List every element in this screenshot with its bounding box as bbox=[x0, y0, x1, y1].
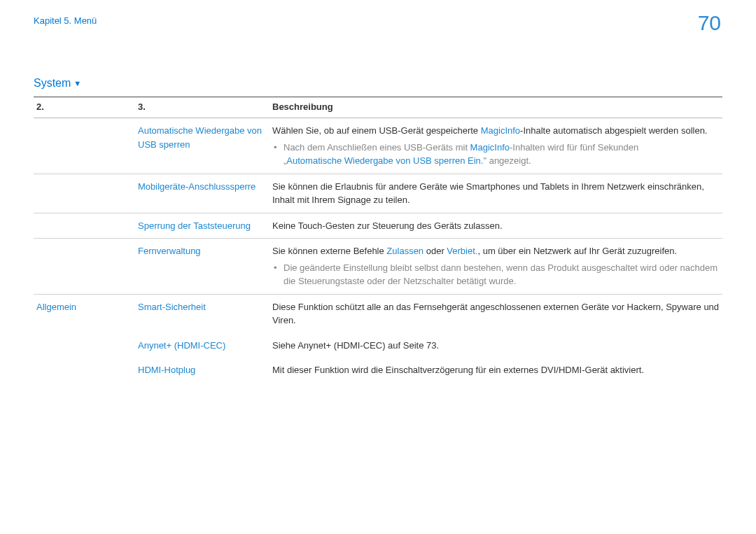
text: Wählen Sie, ob auf einem USB-Gerät gespe… bbox=[272, 125, 481, 136]
note-item: Die geänderte Einstellung bleibt selbst … bbox=[284, 261, 720, 288]
menu-item-anynet: Anynet+ (HDMI-CEC) bbox=[138, 340, 225, 351]
col-header-2: 2. bbox=[34, 97, 135, 118]
note-list: Nach dem Anschließen eines USB-Geräts mi… bbox=[272, 141, 720, 168]
cell-description: Sie können externe Befehle Zulassen oder… bbox=[270, 239, 722, 295]
text: oder bbox=[424, 246, 447, 256]
cell-description: Diese Funktion schützt alle an das Ferns… bbox=[270, 294, 722, 333]
cell-level2: Allgemein bbox=[34, 294, 135, 333]
menu-group-general: Allgemein bbox=[36, 302, 76, 312]
menu-item-smart-security: Smart-Sicherheit bbox=[138, 302, 206, 312]
menu-table: 2. 3. Beschreibung Automatische Wiederga… bbox=[34, 97, 722, 383]
cell-level2 bbox=[34, 118, 135, 174]
table-header-row: 2. 3. Beschreibung bbox=[34, 97, 722, 118]
option-deny: Verbiet. bbox=[447, 246, 477, 256]
magicinfo-label: MagicInfo bbox=[481, 125, 520, 136]
magicinfo-label: MagicInfo bbox=[470, 142, 510, 153]
col-header-description: Beschreibung bbox=[270, 97, 722, 118]
table-row: Sperrung der Taststeuerung Keine Touch-G… bbox=[34, 213, 722, 239]
text: " angezeigt. bbox=[483, 155, 531, 166]
table-row: Anynet+ (HDMI-CEC) Siehe Anynet+ (HDMI-C… bbox=[34, 333, 722, 358]
col-header-3: 3. bbox=[135, 97, 270, 118]
table-row: Allgemein Smart-Sicherheit Diese Funktio… bbox=[34, 294, 722, 333]
cell-description: Siehe Anynet+ (HDMI-CEC) auf Seite 73. bbox=[270, 333, 722, 358]
table-row: Automatische Wiedergabe von USB sperren … bbox=[34, 118, 722, 174]
text: Nach dem Anschließen eines USB-Geräts mi… bbox=[284, 142, 470, 153]
cell-level2 bbox=[34, 174, 135, 213]
cell-description: Sie können die Erlaubnis für andere Gerä… bbox=[270, 174, 722, 213]
cell-description: Mit dieser Funktion wird die Einschaltve… bbox=[270, 358, 722, 383]
message-label: Automatische Wiedergabe von USB sperren … bbox=[286, 155, 483, 166]
menu-item-mobile-connect-lock: Mobilgeräte-Anschlusssperre bbox=[138, 181, 255, 192]
table-row: Fernverwaltung Sie können externe Befehl… bbox=[34, 239, 722, 295]
dropdown-arrow-icon: ▼ bbox=[74, 79, 81, 87]
page-number: 70 bbox=[698, 11, 721, 35]
section-title-text: System bbox=[34, 77, 71, 90]
menu-item-touch-lock: Sperrung der Taststeuerung bbox=[138, 220, 251, 231]
cell-level3: Automatische Wiedergabe von USB sperren bbox=[135, 118, 270, 174]
menu-item-usb-autoplay-lock: Automatische Wiedergabe von USB sperren bbox=[138, 125, 262, 150]
chapter-label: Kapitel 5. Menü bbox=[34, 15, 97, 26]
cell-description: Keine Touch-Gesten zur Steuerung des Ger… bbox=[270, 213, 722, 239]
menu-item-hdmi-hotplug: HDMI-Hotplug bbox=[138, 365, 195, 375]
cell-level3: Anynet+ (HDMI-CEC) bbox=[135, 333, 270, 358]
cell-level3: Smart-Sicherheit bbox=[135, 294, 270, 333]
text: -Inhalten wird für fünf Sekunden bbox=[510, 142, 638, 153]
section-title: System ▼ bbox=[34, 77, 722, 90]
text: -Inhalte automatisch abgespielt werden s… bbox=[520, 125, 707, 136]
cell-level3: HDMI-Hotplug bbox=[135, 358, 270, 383]
text: , um über ein Netzwerk auf Ihr Gerät zuz… bbox=[477, 246, 677, 256]
cell-level2 bbox=[34, 333, 135, 358]
cell-level2 bbox=[34, 358, 135, 383]
cell-level3: Fernverwaltung bbox=[135, 239, 270, 295]
text: Sie können externe Befehle bbox=[272, 246, 386, 256]
table-row: Mobilgeräte-Anschlusssperre Sie können d… bbox=[34, 174, 722, 213]
cell-level2 bbox=[34, 239, 135, 295]
table-row: HDMI-Hotplug Mit dieser Funktion wird di… bbox=[34, 358, 722, 383]
cell-level3: Mobilgeräte-Anschlusssperre bbox=[135, 174, 270, 213]
note-item: Nach dem Anschließen eines USB-Geräts mi… bbox=[284, 141, 720, 168]
cell-level3: Sperrung der Taststeuerung bbox=[135, 213, 270, 239]
cell-level2 bbox=[34, 213, 135, 239]
note-list: Die geänderte Einstellung bleibt selbst … bbox=[272, 261, 720, 288]
cell-description: Wählen Sie, ob auf einem USB-Gerät gespe… bbox=[270, 118, 722, 174]
menu-item-remote-management: Fernverwaltung bbox=[138, 246, 201, 256]
page-header: Kapitel 5. Menü 70 bbox=[34, 15, 722, 35]
option-allow: Zulassen bbox=[386, 246, 424, 256]
